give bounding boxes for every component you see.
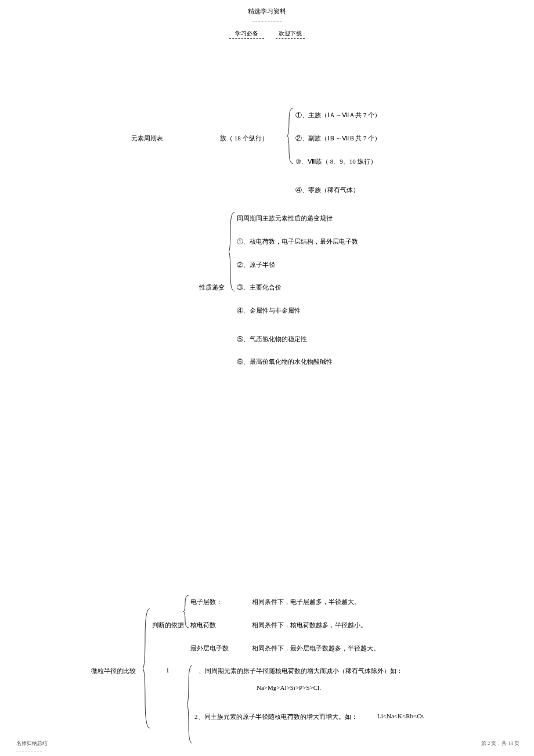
basis-2-label: 核电荷数	[190, 621, 216, 630]
basis-label: 判断的依据	[152, 621, 184, 630]
footer-dash	[16, 751, 42, 751]
footer-right: 第 2 页，共 13 页	[481, 740, 519, 747]
property-item-2: ②、原子半径	[237, 261, 275, 269]
brace-icon	[187, 664, 194, 744]
sub-header-right: 欢迎下载	[276, 30, 305, 39]
brace-icon	[183, 594, 190, 629]
basis-1-text: 相同条件下，电子层越多，半径越大。	[252, 598, 360, 606]
basis-3-text: 相同条件下，最外层电子数越多，半径越大。	[252, 644, 380, 653]
property-item-5: ⑤、气态氢化物的稳定性	[237, 335, 307, 343]
rule-1-example: Na>Mg>Al>Si>P>S>Cl.	[257, 684, 321, 691]
header-title: 精选学习资料	[0, 7, 534, 16]
basis-1-label: 电子层数：	[190, 598, 222, 606]
brace-icon	[229, 211, 237, 292]
property-title: 同周期同主族元素性质的递变规律	[237, 214, 333, 223]
footer-left: 名师归纳总结	[16, 740, 48, 747]
periodic-table-label: 元素周期表	[131, 134, 163, 143]
compare-label: 微粒半径的比较	[91, 667, 136, 675]
header-dash	[252, 21, 282, 21]
property-item-6: ⑥、最高价氧化物的水化物酸碱性	[237, 357, 333, 366]
rule-1-label: 1	[166, 667, 169, 674]
rule-2-text: 2、同主族元素的原子半径随核电荷数的增大而增大。如：	[194, 712, 358, 721]
property-item-4: ④、金属性与非金属性	[237, 306, 301, 315]
sub-header: 学习必备 欢迎下载	[0, 30, 534, 39]
brace-icon	[287, 107, 295, 165]
brace-icon	[143, 607, 152, 729]
family-item-1: ①、主族（ⅠＡ～ⅦＡ共 7 个）	[295, 111, 381, 120]
rule-2-example: Li<Na<K<Rb<Cs	[377, 712, 424, 719]
rule-1-text: 、同周期元素的原子半径随核电荷数的增大而减小（稀有气体除外）如：	[199, 667, 403, 675]
property-item-1: ①、核电荷数，电子层结构，最外层电子数	[237, 237, 358, 246]
sub-header-left: 学习必备	[229, 30, 264, 39]
basis-3-label: 最外层电子数	[190, 644, 229, 653]
property-item-3: ③、主要化合价	[237, 283, 282, 292]
basis-2-text: 相同条件下，核电荷数越多，半径越小。	[252, 621, 367, 630]
header: 精选学习资料	[0, 0, 534, 23]
family-item-2: ②、副族（ⅠＢ～ⅦＢ共 7 个）	[295, 134, 381, 143]
property-change-label: 性质递变	[199, 283, 225, 292]
family-label: 族（ 18 个纵行）	[220, 134, 268, 143]
family-item-4: ④、零族（稀有气体）	[295, 186, 359, 194]
family-item-3: ③、Ⅷ族（ 8、9、10 纵行）	[295, 157, 377, 166]
